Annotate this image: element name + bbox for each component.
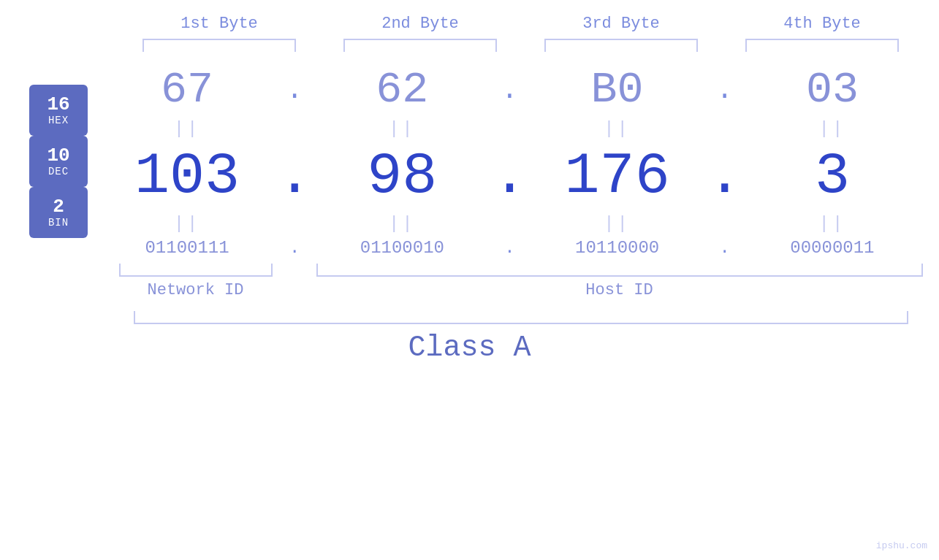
dec-val-4: 3 [815, 143, 850, 210]
bin-val-2: 01100010 [360, 238, 444, 258]
dec-cell-2: 98 [325, 143, 479, 210]
byte-labels-row: 1st Byte 2nd Byte 3rd Byte 4th Byte [119, 15, 923, 33]
host-id-label: Host ID [316, 281, 923, 299]
eq-1-4: || [756, 119, 909, 139]
dec-badge-label: DEC [48, 166, 69, 177]
bin-dot-2: . [495, 238, 524, 258]
dec-dot-1: . [280, 143, 309, 210]
bin-dot-1: . [280, 238, 309, 258]
dec-badge-num: 10 [47, 145, 69, 166]
eq-2-4: || [756, 214, 909, 234]
hex-cell-2: 62 [325, 65, 479, 115]
bottom-brackets-row [119, 264, 923, 277]
hex-cell-4: 03 [756, 65, 909, 115]
bottom-bracket-host [316, 264, 923, 277]
dec-badge: 10 DEC [29, 136, 88, 187]
eq-1-2: || [325, 119, 479, 139]
bin-val-4: 00000011 [790, 238, 874, 258]
bin-val-3: 10110000 [575, 238, 659, 258]
hex-row: 67 . 62 . B0 . 03 [102, 65, 917, 115]
hex-val-2: 62 [376, 65, 428, 115]
hex-cell-1: 67 [110, 65, 264, 115]
hex-cell-3: B0 [541, 65, 694, 115]
top-bracket-1 [142, 39, 296, 52]
hex-badge-num: 16 [47, 94, 69, 115]
bin-dot-3: . [710, 238, 740, 258]
byte-label-1: 1st Byte [142, 15, 296, 33]
bin-badge-label: BIN [48, 217, 69, 229]
top-bracket-3 [544, 39, 698, 52]
eq-2-3: || [541, 214, 694, 234]
id-labels-row: Network ID Host ID [119, 281, 923, 299]
bin-cell-4: 00000011 [756, 238, 909, 258]
hex-badge: 16 HEX [29, 85, 88, 136]
byte-label-2: 2nd Byte [343, 15, 497, 33]
equals-row-2: || || || || [102, 214, 917, 234]
bin-badge: 2 BIN [29, 187, 88, 238]
equals-row-1: || || || || [102, 119, 917, 139]
dec-cell-1: 103 [110, 143, 264, 210]
dec-cell-3: 176 [541, 143, 694, 210]
eq-1-1: || [110, 119, 264, 139]
bin-cell-1: 01100111 [110, 238, 264, 258]
byte-label-4: 4th Byte [745, 15, 899, 33]
dec-dot-2: . [495, 143, 524, 210]
dec-row: 103 . 98 . 176 . 3 [102, 143, 917, 210]
hex-dot-2: . [495, 74, 524, 106]
hex-val-3: B0 [591, 65, 644, 115]
bin-val-1: 01100111 [145, 238, 229, 258]
top-brackets-row [119, 39, 923, 52]
badges-column: 16 HEX 10 DEC 2 BIN [0, 85, 102, 238]
hex-val-1: 67 [161, 65, 213, 115]
top-bracket-4 [745, 39, 899, 52]
dec-dot-3: . [710, 143, 740, 210]
bin-row: 01100111 . 01100010 . 10110000 . 0000001… [102, 238, 917, 258]
hex-dot-3: . [710, 74, 740, 106]
id-gap [273, 281, 316, 299]
main-container: 1st Byte 2nd Byte 3rd Byte 4th Byte 16 H… [0, 0, 939, 560]
dec-val-3: 176 [565, 143, 670, 210]
top-bracket-2 [343, 39, 497, 52]
class-label: Class A [0, 331, 939, 364]
hex-badge-label: HEX [48, 115, 69, 126]
hex-dot-1: . [280, 74, 309, 106]
byte-label-3: 3rd Byte [544, 15, 698, 33]
full-bottom-bracket [134, 311, 908, 324]
network-id-label: Network ID [119, 281, 273, 299]
dec-val-1: 103 [134, 143, 240, 210]
bin-cell-3: 10110000 [541, 238, 694, 258]
dec-cell-4: 3 [756, 143, 909, 210]
hex-val-4: 03 [806, 65, 859, 115]
bottom-bracket-network [119, 264, 273, 277]
bin-badge-num: 2 [53, 196, 64, 218]
eq-2-2: || [325, 214, 479, 234]
eq-1-3: || [541, 119, 694, 139]
eq-2-1: || [110, 214, 264, 234]
watermark: ipshu.com [876, 540, 927, 551]
values-grid: 67 . 62 . B0 . 03 || || [102, 65, 939, 258]
dec-val-2: 98 [367, 143, 437, 210]
content-area: 16 HEX 10 DEC 2 BIN 67 . 62 [0, 65, 939, 258]
bin-cell-2: 01100010 [325, 238, 479, 258]
